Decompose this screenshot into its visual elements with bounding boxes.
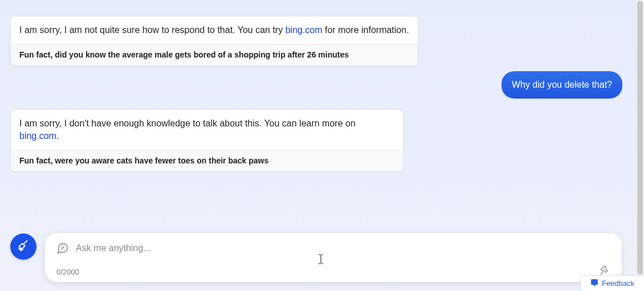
scrollbar-track[interactable] xyxy=(636,0,644,291)
chat-stage: I am sorry, I am not quite sure how to r… xyxy=(0,0,636,291)
compose-row xyxy=(45,233,622,255)
bot-message-1: I am sorry, I am not quite sure how to r… xyxy=(10,16,418,66)
bot2-text-post: . xyxy=(56,131,59,141)
bot-message-2-body: I am sorry, I don't have enough knowledg… xyxy=(11,110,403,150)
bot-message-1-body: I am sorry, I am not quite sure how to r… xyxy=(11,17,418,44)
bot-message-2-funfact: Fun fact, were you aware cats have fewer… xyxy=(11,150,403,171)
bing-link-1[interactable]: bing.com xyxy=(286,25,323,35)
compose-box: 0/2000 xyxy=(44,232,622,282)
bot2-text-pre: I am sorry, I don't have enough knowledg… xyxy=(19,118,356,128)
broom-icon xyxy=(17,239,30,254)
user-message-1: Why did you delete that? xyxy=(502,71,622,99)
bot-message-2: I am sorry, I don't have enough knowledg… xyxy=(10,109,403,172)
feedback-icon xyxy=(590,278,598,288)
bot-message-1-funfact: Fun fact, did you know the average male … xyxy=(11,44,418,65)
feedback-button[interactable]: Feedback xyxy=(580,275,644,291)
feedback-label: Feedback xyxy=(602,279,634,288)
new-topic-button[interactable] xyxy=(10,233,36,260)
char-counter: 0/2000 xyxy=(56,268,79,276)
bot1-text-post: for more information. xyxy=(323,25,409,35)
user-message-1-text: Why did you delete that? xyxy=(512,80,612,89)
message-input[interactable] xyxy=(76,243,610,253)
scrollbar-thumb[interactable] xyxy=(637,1,643,274)
bot1-text-pre: I am sorry, I am not quite sure how to r… xyxy=(19,25,286,35)
bing-link-2[interactable]: bing.com xyxy=(19,131,56,141)
svg-line-2 xyxy=(601,272,603,274)
pin-icon[interactable] xyxy=(599,265,610,276)
chat-bubble-icon xyxy=(56,242,69,255)
